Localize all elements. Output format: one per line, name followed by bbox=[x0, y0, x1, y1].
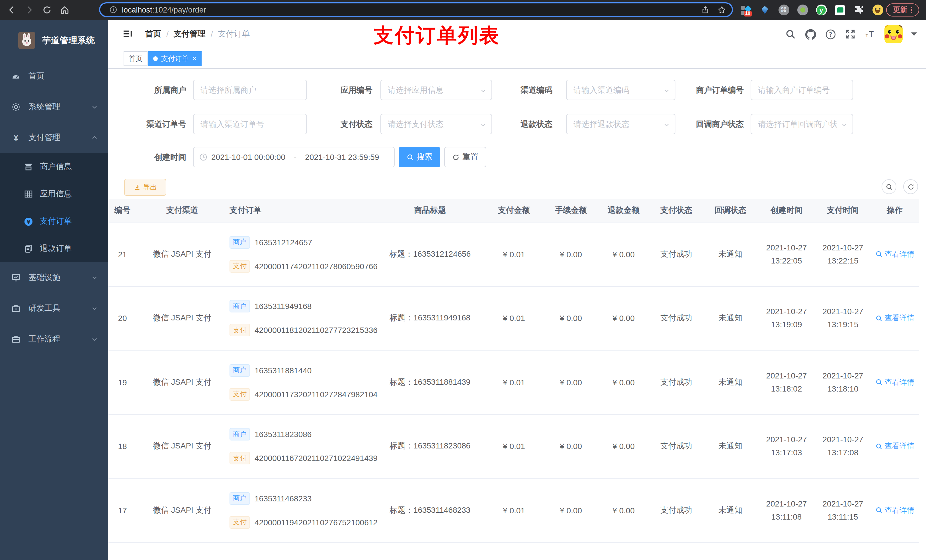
sidebar-item-merchant-info[interactable]: 商户信息 bbox=[0, 153, 108, 180]
info-icon[interactable] bbox=[109, 6, 117, 14]
channel-order-no-field[interactable] bbox=[193, 114, 307, 134]
notify-status-select[interactable] bbox=[750, 114, 853, 134]
merchant-order-no: 1635311949168 bbox=[254, 302, 312, 311]
view-detail-link[interactable]: 查看详情 bbox=[875, 377, 914, 388]
home-icon[interactable] bbox=[59, 4, 70, 16]
reload-icon[interactable] bbox=[41, 4, 52, 16]
view-detail-label: 查看详情 bbox=[885, 313, 914, 323]
url-text[interactable]: localhost:1024/pay/order bbox=[122, 5, 206, 14]
hamburger-icon[interactable] bbox=[122, 29, 133, 39]
table-row: 21 微信 JSAPI 支付 商户 1635312124657 支付 42000… bbox=[108, 222, 919, 287]
update-button[interactable]: 更新 bbox=[886, 3, 919, 17]
col-header-created: 创建时间 bbox=[757, 199, 816, 222]
cell-title: 标题：1635312124656 bbox=[376, 222, 484, 286]
channel-code-select[interactable] bbox=[566, 80, 675, 100]
menu-dots-icon[interactable] bbox=[911, 7, 912, 14]
star-icon[interactable] bbox=[717, 5, 726, 14]
filter-label-merchant: 所属商户 bbox=[118, 80, 186, 100]
tab-label: 首页 bbox=[129, 54, 142, 63]
sidebar-item-label: 基础设施 bbox=[29, 273, 61, 283]
view-detail-link[interactable]: 查看详情 bbox=[875, 249, 914, 260]
fullscreen-icon[interactable] bbox=[844, 29, 856, 40]
merchant-input[interactable] bbox=[194, 80, 306, 100]
tab-home[interactable]: 首页 bbox=[124, 51, 147, 66]
sidebar-item-payment[interactable]: ¥ 支付管理 bbox=[0, 122, 108, 153]
cell-channel: 微信 JSAPI 支付 bbox=[139, 350, 225, 414]
cell-refund: ¥ 0.00 bbox=[598, 350, 649, 414]
refresh-table-button[interactable] bbox=[903, 179, 918, 194]
breadcrumb-separator: / bbox=[211, 30, 213, 39]
filter-label-app: 应用编号 bbox=[304, 80, 372, 100]
avatar[interactable] bbox=[884, 25, 903, 43]
toggle-search-button[interactable] bbox=[882, 179, 896, 194]
font-size-icon[interactable]: TT bbox=[864, 29, 876, 40]
extension-command-icon[interactable]: ⌘ bbox=[778, 4, 789, 16]
table-row: 17 微信 JSAPI 支付 商户 1635311468233 支付 42000… bbox=[108, 478, 919, 543]
svg-text:¥: ¥ bbox=[26, 219, 30, 225]
merchant-select[interactable] bbox=[193, 80, 307, 100]
table-row: 18 微信 JSAPI 支付 商户 1635311823086 支付 42000… bbox=[108, 415, 919, 478]
tab-close-icon[interactable]: × bbox=[192, 55, 197, 62]
cell-amount: ¥ 0.01 bbox=[484, 222, 544, 286]
sidebar-item-infrastructure[interactable]: 基础设施 bbox=[0, 263, 108, 293]
download-icon bbox=[133, 184, 141, 191]
refund-status-select[interactable] bbox=[566, 114, 675, 134]
search-button[interactable]: 搜索 bbox=[399, 147, 440, 167]
cell-action: 查看详情 bbox=[870, 287, 919, 350]
tab-pay-order[interactable]: 支付订单 × bbox=[148, 51, 201, 66]
extension-yuque-icon[interactable]: y bbox=[816, 4, 827, 16]
view-detail-link[interactable]: 查看详情 bbox=[875, 313, 914, 323]
create-time-range-picker[interactable]: 2021-10-01 00:00:00 - 2021-10-31 23:59:5… bbox=[193, 147, 395, 167]
date-start[interactable]: 2021-10-01 00:00:00 bbox=[211, 152, 285, 162]
forward-icon[interactable] bbox=[23, 4, 35, 16]
breadcrumb-home[interactable]: 首页 bbox=[145, 29, 161, 39]
sidebar-item-system[interactable]: 系统管理 bbox=[0, 92, 108, 122]
notify-status-input[interactable] bbox=[751, 115, 853, 134]
channel-code-input[interactable] bbox=[567, 80, 675, 100]
view-detail-link[interactable]: 查看详情 bbox=[875, 506, 914, 516]
merchant-order-no-field[interactable] bbox=[750, 80, 853, 100]
view-detail-link[interactable]: 查看详情 bbox=[875, 441, 914, 451]
cell-amount: ¥ 0.01 bbox=[484, 415, 544, 478]
url-bar[interactable]: localhost:1024/pay/order bbox=[99, 2, 733, 17]
app-select[interactable] bbox=[380, 80, 492, 100]
sidebar-item-app-info[interactable]: 应用信息 bbox=[0, 180, 108, 208]
question-icon[interactable]: ? bbox=[825, 29, 836, 40]
merchant-order-no-input[interactable] bbox=[751, 80, 853, 100]
share-icon[interactable] bbox=[701, 5, 710, 14]
sidebar-item-workflow[interactable]: 工作流程 bbox=[0, 324, 108, 355]
sidebar-item-pay-order[interactable]: ¥ 支付订单 bbox=[0, 208, 108, 235]
filter-label-pay-status: 支付状态 bbox=[304, 114, 372, 134]
extension-tab-manager-icon[interactable]: 10 bbox=[740, 4, 752, 16]
reset-button[interactable]: 重置 bbox=[444, 147, 486, 167]
pay-status-select[interactable] bbox=[380, 114, 492, 134]
caret-down-icon[interactable] bbox=[911, 32, 917, 36]
back-icon[interactable] bbox=[6, 4, 17, 16]
extension-chat-icon[interactable] bbox=[834, 4, 846, 16]
search-icon bbox=[406, 153, 414, 161]
extension-puzzle-icon[interactable] bbox=[853, 4, 864, 16]
breadcrumb-current: 支付订单 bbox=[218, 29, 250, 39]
extension-recorder-icon[interactable] bbox=[797, 4, 808, 16]
search-icon[interactable] bbox=[785, 29, 796, 40]
extension-balloon-icon[interactable] bbox=[759, 4, 770, 16]
pay-status-input[interactable] bbox=[381, 115, 492, 134]
refund-status-input[interactable] bbox=[567, 115, 675, 134]
channel-order-no-input[interactable] bbox=[194, 115, 306, 134]
cell-notify: 未通知 bbox=[703, 415, 757, 478]
cell-created: 2021-10-27 13:18:02 bbox=[757, 350, 816, 414]
breadcrumb-payment[interactable]: 支付管理 bbox=[174, 29, 206, 39]
view-detail-label: 查看详情 bbox=[885, 377, 914, 388]
date-end[interactable]: 2021-10-31 23:59:59 bbox=[305, 152, 379, 162]
export-button[interactable]: 导出 bbox=[124, 179, 166, 196]
cell-refund: ¥ 0.00 bbox=[598, 478, 649, 542]
sidebar-item-refund-order[interactable]: 退款订单 bbox=[0, 235, 108, 263]
sidebar-item-dev-tools[interactable]: 研发工具 bbox=[0, 293, 108, 324]
github-icon[interactable] bbox=[805, 29, 816, 40]
extension-emoji-icon[interactable] bbox=[872, 4, 883, 16]
cell-paid: 2021-10-27 13:22:15 bbox=[816, 222, 870, 286]
sidebar-item-home[interactable]: 首页 bbox=[0, 61, 108, 92]
app-input[interactable] bbox=[381, 80, 492, 100]
table-row-partial: 商户 1635311951796 bbox=[108, 543, 919, 560]
dashboard-icon bbox=[11, 72, 21, 81]
